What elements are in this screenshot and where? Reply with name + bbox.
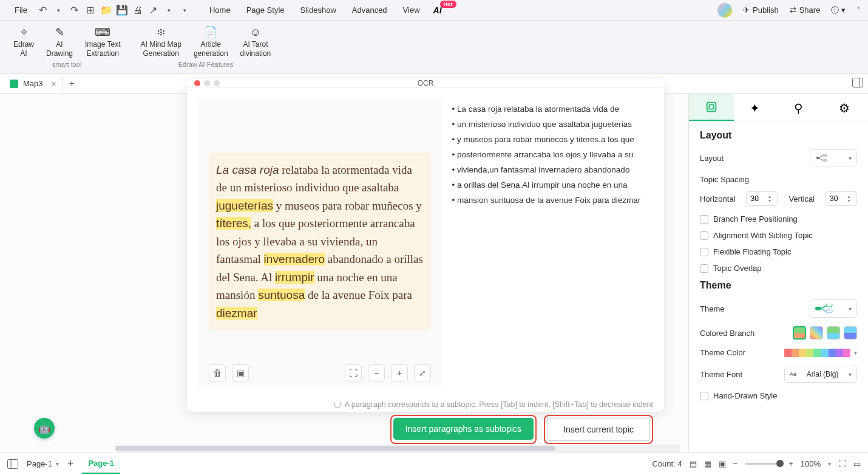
zoom-slider-thumb[interactable] — [776, 460, 784, 467]
chevron-down-icon[interactable]: ▾ — [828, 460, 831, 467]
close-tab-icon[interactable]: × — [52, 79, 56, 89]
toggle-side-panel-icon[interactable] — [852, 78, 863, 90]
ocr-result-line[interactable]: • vivienda,un fantasmal invernadero aban… — [449, 163, 651, 177]
ocr-result-panel[interactable]: • La casa roja relataba la atormentada v… — [449, 99, 653, 388]
layout-select[interactable]: ▾ — [810, 149, 857, 166]
outline-view-icon[interactable]: ▤ — [690, 459, 697, 468]
ribbon-ai-drawing[interactable]: ✎ AIDrawing — [40, 24, 79, 60]
layout-checkbox[interactable]: Alignment With Sibling Topic — [700, 231, 857, 240]
theme-color-strip[interactable] — [784, 349, 850, 357]
down-arrow-icon[interactable]: ▼ — [767, 199, 771, 203]
add-tab-button[interactable]: + — [63, 76, 81, 92]
delete-image-button[interactable]: 🗑 — [209, 364, 226, 381]
vertical-spinner[interactable]: ▲▼ — [826, 191, 857, 206]
menu-view[interactable]: View — [396, 3, 427, 17]
hand-drawn-checkbox[interactable]: Hand-Drawn Style — [700, 391, 857, 400]
ocr-image-panel: La casa roja relataba la atormentada vid… — [198, 99, 442, 388]
menu-advanced[interactable]: Advanced — [345, 3, 395, 17]
swatch-1[interactable] — [793, 326, 806, 340]
document-tab[interactable]: Map3 × — [4, 77, 63, 91]
theme-preview-icon — [815, 304, 833, 313]
horizontal-input[interactable] — [750, 194, 765, 203]
collapse-ribbon-button[interactable]: ˄ — [856, 5, 861, 15]
tab-map[interactable]: ⚲ — [779, 94, 824, 121]
tab-settings[interactable]: ⚙ — [823, 94, 868, 121]
avatar[interactable] — [717, 3, 732, 18]
fit-page-icon[interactable]: ▭ — [853, 459, 861, 468]
layout-checkbox[interactable]: Topic Overlap — [700, 264, 857, 273]
ocr-result-line[interactable]: • posteriormente arrancaba los ojos y ll… — [449, 148, 651, 162]
theme-select[interactable]: ▾ — [810, 299, 857, 318]
ai-assistant-fab[interactable]: 🤖 — [34, 418, 55, 439]
redo-icon[interactable]: ↷ — [67, 3, 82, 18]
tab-layout[interactable] — [689, 94, 734, 121]
window-close-icon[interactable] — [194, 80, 200, 86]
undo-icon[interactable]: ↶ — [36, 3, 50, 18]
grid-view-icon[interactable]: ▦ — [704, 459, 711, 468]
ribbon-edraw-ai[interactable]: ✧ EdrawAI — [7, 24, 40, 60]
menu-page-style[interactable]: Page Style — [239, 3, 292, 17]
save-icon[interactable]: 💾 — [115, 3, 129, 18]
swatch-3[interactable] — [827, 326, 840, 340]
publish-button[interactable]: ✈ Publish — [743, 5, 779, 15]
up-arrow-icon[interactable]: ▲ — [847, 194, 851, 199]
down-arrow-icon[interactable]: ▼ — [847, 199, 851, 203]
reselect-image-button[interactable]: ▣ — [232, 364, 249, 381]
insert-current-topic-button[interactable]: Insert current topic — [547, 418, 650, 441]
fit-screen-button[interactable]: ⛶ — [345, 364, 362, 381]
add-page-button[interactable]: + — [67, 457, 74, 470]
menu-home[interactable]: Home — [202, 3, 238, 17]
layout-checkbox[interactable]: Flexible Floating Topic — [700, 247, 857, 256]
article-icon: 📄 — [204, 26, 217, 39]
menu-ai[interactable]: AI Hot — [433, 5, 442, 15]
swatch-2[interactable] — [810, 326, 823, 340]
menu-file[interactable]: File — [7, 3, 35, 17]
export-icon[interactable]: ↗ — [146, 3, 161, 18]
new-icon[interactable]: ⊞ — [83, 3, 98, 18]
ribbon-ai-mind-map[interactable]: ፨ AI Mind MapGeneration — [135, 24, 188, 60]
window-minimize-icon[interactable] — [204, 80, 210, 86]
ribbon-article-generation[interactable]: 📄 Articlegeneration — [188, 24, 234, 60]
zoom-out-icon[interactable]: − — [733, 459, 738, 468]
theme-font-select[interactable]: Aa Arial (Big) ▾ — [784, 366, 857, 383]
undo-dropdown-icon[interactable]: ▾ — [52, 3, 66, 18]
tab-style[interactable]: ✦ — [734, 94, 779, 121]
menu-slideshow[interactable]: Slideshow — [293, 3, 344, 17]
zoom-in-icon[interactable]: + — [788, 459, 793, 468]
ocr-source-text: La casa roja relataba la atormentada vid… — [209, 152, 431, 330]
help-button[interactable]: ⓘ ▾ — [831, 5, 846, 16]
share-button[interactable]: ⇄ Share — [790, 5, 821, 15]
open-icon[interactable]: 📁 — [99, 3, 114, 18]
spinner-icon — [334, 401, 341, 408]
ribbon-ai-tarot[interactable]: ☺ AI Tarotdivination — [234, 24, 277, 60]
horizontal-spinner[interactable]: ▲▼ — [746, 191, 778, 206]
zoom-value[interactable]: 100% — [801, 459, 821, 468]
up-arrow-icon[interactable]: ▲ — [767, 194, 771, 199]
insert-subtopics-button[interactable]: Insert paragraphs as subtopics — [393, 418, 534, 440]
print-icon[interactable]: 🖨 — [131, 3, 145, 18]
swatch-4[interactable] — [844, 326, 857, 340]
fullscreen-icon[interactable]: ⛶ — [838, 459, 846, 468]
ribbon-image-text-extraction[interactable]: ⌨ Image TextExtraction — [79, 24, 126, 60]
fullscreen-button[interactable]: ⤢ — [414, 364, 431, 381]
ocr-result-line[interactable]: • mansion suntuosa de la avenue Foix par… — [449, 194, 651, 208]
page-selector[interactable]: Page-1 ▾ — [27, 459, 59, 468]
ocr-result-line[interactable]: • un misterioso individuo que asaltaba j… — [449, 118, 651, 132]
more-dropdown-icon[interactable]: ▾ — [178, 3, 192, 18]
toggle-left-panel-icon[interactable] — [7, 459, 18, 469]
export-dropdown-icon[interactable]: ▾ — [162, 3, 177, 18]
zoom-in-button[interactable]: + — [391, 364, 408, 381]
zoom-slider[interactable] — [745, 463, 781, 465]
ai-drawing-icon: ✎ — [55, 26, 64, 39]
layout-checkbox[interactable]: Branch Free Positioning — [700, 214, 857, 224]
ocr-result-line[interactable]: • a orillas del Sena.Al irrumpir una noc… — [449, 179, 651, 193]
zoom-out-button[interactable]: − — [368, 364, 385, 381]
present-view-icon[interactable]: ▣ — [719, 459, 726, 468]
ribbon-tarot-label: AI Tarotdivination — [240, 40, 271, 58]
ocr-result-line[interactable]: • y museos para robar munecos y titeres,… — [449, 133, 651, 147]
vertical-input[interactable] — [830, 194, 844, 203]
page-tab-active[interactable]: Page-1 — [82, 454, 120, 474]
chevron-down-icon[interactable]: ▾ — [854, 349, 857, 356]
ocr-result-line[interactable]: • La casa roja relataba la atormentada v… — [449, 103, 651, 117]
window-maximize-icon[interactable] — [214, 80, 220, 86]
